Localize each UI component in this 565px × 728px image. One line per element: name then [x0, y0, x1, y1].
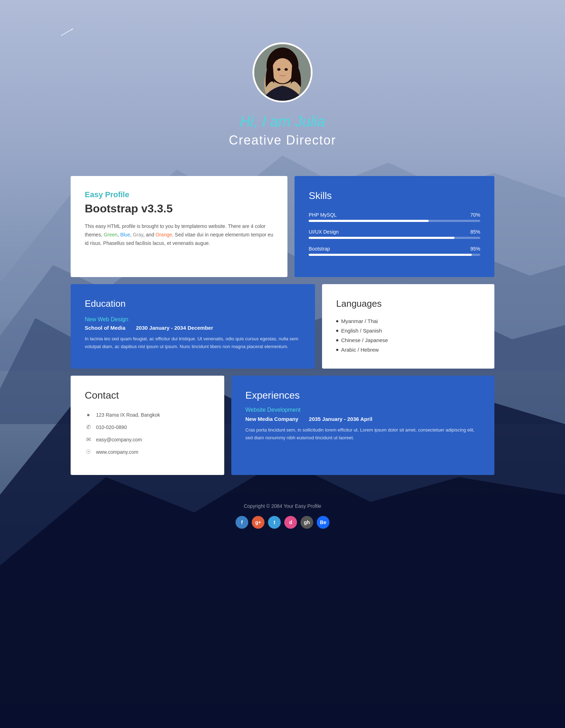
cards-row-3: Contact ● 123 Rama IX Road, Bangkok ✆ 01…	[71, 376, 494, 475]
languages-title: Languages	[336, 298, 480, 309]
skill-label-php: PHP MySQL	[309, 212, 337, 218]
cards-row-1: Easy Profile Bootstrap v3.3.5 This easy …	[71, 176, 494, 277]
skill-bar-bg-php	[309, 220, 480, 222]
contact-phone: ✆ 010-020-0890	[85, 424, 210, 430]
skills-title: Skills	[309, 190, 480, 201]
education-period: 2030 January - 2034 December	[136, 325, 213, 331]
contact-email-text: easy@company.com	[96, 437, 142, 442]
contact-title: Contact	[85, 390, 210, 401]
cards-row-2: Education New Web Design School of Media…	[71, 284, 494, 369]
social-icons: f g+ t d gh Be	[71, 516, 494, 529]
svg-point-10	[272, 58, 293, 84]
skill-label-bootstrap: Bootstrap	[309, 246, 330, 252]
phone-icon: ✆	[85, 424, 92, 430]
language-item-2: English / Spanish	[336, 326, 480, 335]
education-subsection: New Web Design	[85, 316, 301, 323]
svg-point-11	[277, 68, 280, 71]
social-facebook[interactable]: f	[236, 516, 248, 529]
education-description: In lacinia leo sed quam feugiat, ac effi…	[85, 335, 301, 351]
experiences-meta: New Media Company 2035 January - 2036 Ap…	[245, 416, 480, 422]
footer: Copyright © 2084 Your Easy Profile f g+ …	[71, 482, 494, 543]
experiences-card: Experiences Website Development New Medi…	[231, 376, 494, 475]
skill-item-uiux: UI/UX Design 85%	[309, 229, 480, 239]
contact-address-text: 123 Rama IX Road, Bangkok	[96, 412, 160, 418]
avatar	[254, 44, 311, 101]
lang-label-4: Arabic / Hebrew	[341, 347, 379, 353]
hero-name: Hi, I am Julia	[71, 113, 494, 130]
social-behance[interactable]: Be	[317, 516, 329, 529]
skill-bar-bg-uiux	[309, 237, 480, 239]
profile-card: Easy Profile Bootstrap v3.3.5 This easy …	[71, 176, 287, 277]
skill-bar-fill-php	[309, 220, 429, 222]
lang-bullet-3	[336, 339, 338, 341]
link-gray[interactable]: Gray	[133, 232, 143, 237]
skill-label-uiux: UI/UX Design	[309, 229, 339, 235]
skill-percent-php: 70%	[470, 212, 480, 218]
social-twitter[interactable]: t	[268, 516, 281, 529]
language-item-3: Chinese / Japanese	[336, 335, 480, 345]
education-title: Education	[85, 298, 301, 309]
bootstrap-title: Bootstrap v3.3.5	[85, 202, 273, 215]
skill-item-bootstrap: Bootstrap 95%	[309, 246, 480, 256]
skill-item-php: PHP MySQL 70%	[309, 212, 480, 222]
social-google[interactable]: g+	[252, 516, 264, 529]
link-green[interactable]: Green	[104, 232, 118, 237]
globe-icon: ☉	[85, 448, 92, 455]
skill-bar-fill-uiux	[309, 237, 454, 239]
profile-description: This easy HTML profile is brought to you…	[85, 222, 273, 247]
easy-profile-label: Easy Profile	[85, 190, 273, 199]
lang-label-3: Chinese / Japanese	[341, 337, 388, 343]
skill-percent-bootstrap: 95%	[470, 246, 480, 252]
avatar-wrapper	[252, 42, 313, 102]
experiences-title: Experiences	[245, 390, 480, 401]
social-github[interactable]: gh	[301, 516, 313, 529]
contact-card: Contact ● 123 Rama IX Road, Bangkok ✆ 01…	[71, 376, 224, 475]
experiences-subsection: Website Development	[245, 407, 480, 413]
skill-bar-bg-bootstrap	[309, 254, 480, 256]
language-item-1: Myanmar / Thai	[336, 316, 480, 326]
svg-point-12	[285, 68, 288, 71]
education-school: School of Media	[85, 325, 125, 331]
contact-address: ● 123 Rama IX Road, Bangkok	[85, 412, 210, 418]
experiences-period: 2035 January - 2036 April	[309, 416, 373, 422]
link-orange[interactable]: Orange	[156, 232, 172, 237]
skill-percent-uiux: 85%	[470, 229, 480, 235]
lang-bullet-1	[336, 320, 338, 322]
link-blue[interactable]: Blue	[120, 232, 130, 237]
skills-card: Skills PHP MySQL 70% UI/UX Design 85%	[295, 176, 494, 277]
experiences-description: Cras porta tincidunt sem, in sollicitudi…	[245, 426, 480, 442]
lang-bullet-4	[336, 349, 338, 351]
lang-bullet-2	[336, 330, 338, 332]
footer-copyright: Copyright © 2084 Your Easy Profile	[71, 503, 494, 509]
contact-phone-text: 010-020-0890	[96, 424, 127, 430]
hero-title: Creative Director	[71, 133, 494, 148]
education-meta: School of Media 2030 January - 2034 Dece…	[85, 325, 301, 331]
lang-label-2: English / Spanish	[341, 328, 382, 334]
languages-card: Languages Myanmar / Thai English / Spani…	[322, 284, 494, 369]
skill-bar-fill-bootstrap	[309, 254, 471, 256]
experiences-company: New Media Company	[245, 416, 298, 422]
location-icon: ●	[85, 412, 92, 418]
contact-email: ✉ easy@company.com	[85, 436, 210, 443]
languages-list: Myanmar / Thai English / Spanish Chinese…	[336, 316, 480, 354]
education-card: Education New Web Design School of Media…	[71, 284, 315, 369]
hero-section: Hi, I am Julia Creative Director	[71, 21, 494, 176]
social-dribbble[interactable]: d	[284, 516, 297, 529]
email-icon: ✉	[85, 436, 92, 443]
language-item-4: Arabic / Hebrew	[336, 345, 480, 354]
lang-label-1: Myanmar / Thai	[341, 318, 378, 324]
contact-website: ☉ www.company.com	[85, 448, 210, 455]
contact-website-text: www.company.com	[96, 449, 138, 455]
